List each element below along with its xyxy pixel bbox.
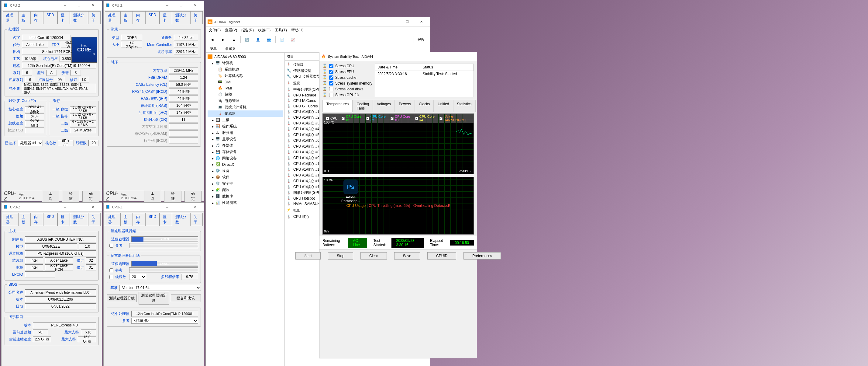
validate-button[interactable]: 验证 (62, 190, 79, 203)
tab-测试分数[interactable]: 测试分数 (172, 213, 190, 226)
report-button[interactable]: 📄 (277, 35, 287, 44)
tree-item[interactable]: 📋系统概述 (208, 66, 283, 73)
minimize-button[interactable]: ─ (58, 1, 72, 10)
stop-button[interactable]: Stop (328, 252, 353, 259)
save-button[interactable]: Save (394, 252, 420, 259)
stress-check[interactable]: ⌛Stress system memory (322, 81, 372, 86)
stress-checkbox[interactable] (329, 93, 333, 97)
tab-内存[interactable]: 内存 (133, 213, 145, 226)
tree-item[interactable]: ▸🎵多媒体 (208, 142, 283, 149)
forward-button[interactable]: ▶ (219, 35, 228, 44)
expand-icon[interactable]: ▸ (212, 163, 214, 167)
tree-item[interactable]: ▸🧩配置 (208, 187, 283, 193)
menu-item[interactable]: 帮助(H) (291, 28, 304, 33)
nav-tab-menu[interactable]: 菜单 (206, 45, 221, 52)
desktop-photoshop-icon[interactable]: Ps Adobe Photoshop... (341, 179, 361, 204)
tab-关于[interactable]: 关于 (190, 11, 203, 24)
expand-icon[interactable]: ▸ (212, 137, 214, 141)
tree-item[interactable]: ▸⚙️设备 (208, 168, 283, 174)
menu-item[interactable]: 报告(R) (241, 28, 254, 33)
tab-SPD[interactable]: SPD (145, 11, 160, 24)
minimize-button[interactable]: ─ (58, 203, 72, 212)
threads-checkbox[interactable] (110, 275, 113, 279)
stress-check[interactable]: ⌛Stress CPU (322, 63, 372, 68)
tab-显卡[interactable]: 显卡 (160, 11, 172, 24)
ref-checkbox[interactable] (110, 268, 113, 272)
minimize-button[interactable]: ─ (386, 17, 400, 26)
sst-tab[interactable]: Clocks (415, 100, 434, 112)
ref-cpu-select[interactable]: <請選擇> (131, 318, 198, 324)
tab-测试分数[interactable]: 测试分数 (172, 11, 190, 24)
maximize-button[interactable]: ☐ (174, 1, 188, 10)
clear-button[interactable]: Clear (361, 252, 387, 259)
tab-SPD[interactable]: SPD (43, 11, 57, 24)
sst-tab[interactable]: Temperatures (322, 100, 352, 112)
close-button[interactable]: ✕ (188, 203, 202, 212)
tab-内存[interactable]: 内存 (31, 11, 43, 24)
nav-tab-fav[interactable]: 收藏夹 (221, 45, 240, 52)
expand-icon[interactable]: ▸ (212, 157, 214, 161)
maximize-button[interactable]: ☐ (174, 203, 188, 212)
expand-icon[interactable]: ▸ (212, 118, 214, 122)
tree-item[interactable]: ▸🖧服务器 (208, 130, 283, 136)
minimize-button[interactable]: ─ (160, 1, 174, 10)
tab-处理器[interactable]: 处理器 (3, 11, 18, 24)
expand-icon[interactable]: ▸ (212, 144, 214, 148)
maximize-button[interactable]: ☐ (72, 1, 86, 10)
close-button[interactable]: ✕ (86, 1, 100, 10)
ok-button[interactable]: 确定 (184, 190, 202, 203)
menu-item[interactable]: 查看(V) (225, 28, 237, 33)
up-button[interactable]: ▲ (229, 35, 239, 44)
tab-内存[interactable]: 内存 (133, 11, 145, 24)
tab-关于[interactable]: 关于 (88, 213, 101, 226)
stress-checkbox[interactable] (329, 76, 333, 80)
expand-icon[interactable]: ▸ (212, 150, 214, 154)
stress-checkbox[interactable] (329, 87, 333, 91)
close-button[interactable]: ✕ (414, 17, 428, 26)
tab-主板[interactable]: 主板 (18, 11, 31, 24)
tab-主板[interactable]: 主板 (18, 213, 31, 226)
cpu-selector[interactable]: 处理器 #1 (18, 140, 43, 146)
tree-item[interactable]: ▾🖥️计算机 (208, 60, 283, 66)
tab-SPD[interactable]: SPD (43, 213, 57, 226)
tree-item[interactable]: 🔌电源管理 (208, 98, 283, 104)
report-tab[interactable]: 报告 (414, 36, 428, 43)
menu-item[interactable]: 收藏(O) (258, 28, 271, 33)
menu-item[interactable]: 文件(F) (209, 28, 221, 33)
baseline-select[interactable]: Version 17.01.64 (119, 285, 201, 291)
tab-关于[interactable]: 关于 (190, 213, 203, 226)
expand-icon[interactable]: ▸ (212, 188, 214, 192)
maximize-button[interactable]: ☐ (72, 203, 86, 212)
tree-item[interactable]: ▸🗄️数据库 (208, 193, 283, 200)
stress-check[interactable]: ⌛Stress cache (322, 75, 372, 80)
expand-icon[interactable]: ▸ (212, 169, 214, 173)
tab-SPD[interactable]: SPD (145, 213, 160, 226)
sst-tab[interactable]: Voltages (373, 100, 395, 112)
stress-check[interactable]: ⌛Stress GPU(s) (322, 92, 372, 97)
tab-主板[interactable]: 主板 (120, 11, 133, 24)
expand-icon[interactable]: ▸ (212, 124, 214, 129)
tab-关于[interactable]: 关于 (88, 11, 101, 24)
minimize-button[interactable]: ─ (160, 203, 174, 212)
stress-cpu-button[interactable]: 測試處理器穩定度 (138, 292, 169, 305)
tree-item[interactable]: ▸💾存储设备 (208, 149, 283, 155)
tab-显卡[interactable]: 显卡 (160, 213, 172, 226)
tools-button[interactable]: 工具 (144, 190, 161, 203)
ok-button[interactable]: 确定 (82, 190, 99, 203)
tree-panel[interactable]: AIDA64 v6.60.5900▾🖥️计算机📋系统概述🏷️计算机名称📟DMI🔥… (206, 53, 285, 366)
back-button[interactable]: ◀ (208, 35, 217, 44)
tree-item[interactable]: ▸📦软件 (208, 174, 283, 180)
menu-item[interactable]: 工具(T) (275, 28, 287, 33)
expand-icon[interactable]: ▸ (212, 194, 214, 199)
submit-compare-button[interactable]: 提交和比较 (171, 294, 201, 302)
threads-select[interactable]: 20 (129, 274, 146, 280)
tab-显卡[interactable]: 显卡 (57, 213, 70, 226)
sst-tab[interactable]: Cooling Fans (352, 100, 373, 112)
tab-测试分数[interactable]: 测试分数 (70, 11, 88, 24)
expand-icon[interactable]: ▸ (212, 131, 214, 135)
stress-checkbox[interactable] (329, 64, 333, 68)
stress-check[interactable]: ⌛Stress FPU (322, 69, 372, 74)
tab-主板[interactable]: 主板 (120, 213, 133, 226)
stress-checkbox[interactable] (329, 81, 333, 85)
tree-item[interactable]: ▸📊性能测试 (208, 200, 283, 206)
